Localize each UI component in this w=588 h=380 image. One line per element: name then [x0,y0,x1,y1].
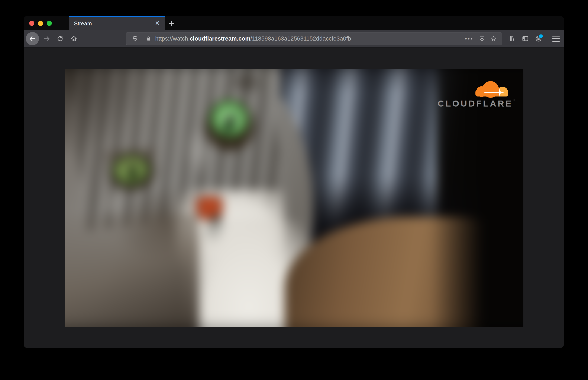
home-button[interactable] [67,32,80,45]
video-player[interactable]: CLOUDFLARE [65,69,523,327]
browser-window: Stream ✕ + [24,16,564,348]
desktop-background: Stream ✕ + [0,0,588,380]
url-bar[interactable]: https://watch.cloudflarestream.com/11859… [126,32,502,45]
sidebar-icon [522,35,529,42]
back-arrow-icon [29,35,36,42]
trademark-mark [514,99,515,101]
forward-button[interactable] [40,32,53,45]
cloudflare-cloud-icon [475,81,508,96]
page-actions-button[interactable]: ••• [465,36,473,42]
toolbar-divider [547,33,547,45]
window-zoom-button[interactable] [47,21,52,26]
url-domain: cloudflarestream.com [190,36,251,42]
tracking-protection-shield-icon[interactable] [132,36,138,42]
library-button[interactable] [505,32,518,45]
tab-title: Stream [74,16,92,31]
library-icon [508,35,515,42]
tab-stream[interactable]: Stream ✕ [69,16,165,30]
menu-button[interactable] [549,32,563,45]
back-button[interactable] [26,32,39,45]
page-content: CLOUDFLARE [24,48,564,348]
reload-icon [56,35,64,42]
window-close-button[interactable] [29,21,34,26]
tab-strip: Stream ✕ + [24,16,564,30]
traffic-lights [29,21,52,26]
url-path: /118598a163a125631152ddaccfe3a0fb [250,36,351,42]
tab-close-button[interactable]: ✕ [153,19,161,27]
cloudflare-logo: CLOUDFLARE [438,81,510,109]
bookmark-star-icon[interactable] [490,36,497,42]
url-bar-divider [142,35,142,42]
navigation-toolbar: https://watch.cloudflarestream.com/11859… [24,30,564,48]
hamburger-menu-icon [552,36,560,42]
pocket-save-icon[interactable] [479,36,485,42]
new-tab-button[interactable]: + [165,18,178,29]
account-button[interactable] [532,32,545,45]
cloudflare-wordmark: CLOUDFLARE [438,99,510,109]
url-text: https://watch.cloudflarestream.com/11859… [155,36,351,42]
url-scheme: https://watch. [155,36,190,42]
forward-arrow-icon [43,35,50,42]
window-minimize-button[interactable] [38,21,43,26]
account-notification-dot [538,34,543,39]
lock-icon[interactable] [145,36,152,42]
sidebar-button[interactable] [519,32,532,45]
home-icon [70,35,77,42]
reload-button[interactable] [53,32,67,45]
